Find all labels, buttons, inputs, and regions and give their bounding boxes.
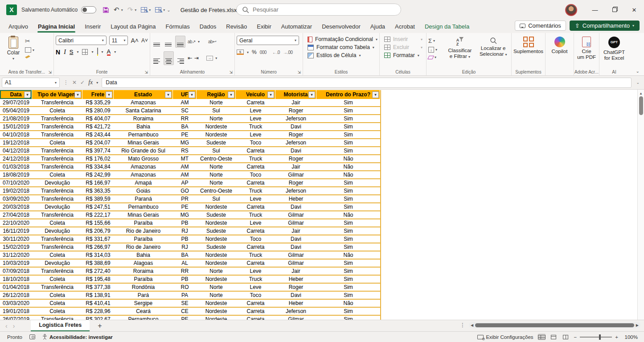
table-cell[interactable]: Amazonas xyxy=(114,171,173,178)
table-cell[interactable]: 22/10/2020 xyxy=(0,219,32,227)
sheet-tab-active[interactable]: Logistica Fretes xyxy=(31,320,90,332)
table-cell[interactable]: Sim xyxy=(316,219,380,227)
ribbon-tab[interactable]: Desenvolvedor xyxy=(317,21,365,33)
table-cell[interactable]: Alagoas xyxy=(114,260,173,267)
table-cell[interactable]: GO xyxy=(173,187,197,194)
font-color-button[interactable]: A xyxy=(107,48,111,56)
table-cell[interactable]: Leve xyxy=(236,131,275,138)
align-right-button[interactable] xyxy=(176,52,185,65)
table-cell[interactable]: RJ xyxy=(173,227,197,235)
ribbon-tab[interactable]: Arquivo xyxy=(4,21,33,33)
table-cell[interactable]: Carreta xyxy=(236,163,275,170)
table-cell[interactable]: R$ 228,96 xyxy=(82,308,114,315)
table-cell[interactable]: Transferência xyxy=(32,243,82,251)
table-cell[interactable]: Nordeste xyxy=(197,260,236,267)
table-cell[interactable]: Mato Grosso xyxy=(114,155,173,162)
table-cell[interactable]: Bahia xyxy=(114,123,173,130)
table-cell[interactable]: Rondônia xyxy=(114,284,173,291)
table-cell[interactable]: R$ 331,67 xyxy=(82,235,114,243)
table-cell[interactable]: Norte xyxy=(197,179,236,186)
table-cell[interactable]: Leve xyxy=(236,219,275,227)
filter-button-icon[interactable]: ▾ xyxy=(24,91,31,98)
decrease-font-button[interactable]: A˅ xyxy=(141,37,148,44)
table-cell[interactable]: BA xyxy=(173,123,197,130)
table-cell[interactable]: Norte xyxy=(197,268,236,275)
table-cell[interactable]: Sergipe xyxy=(114,300,173,307)
format-as-table-button[interactable]: Formatar como Tabela ▾ xyxy=(305,44,377,50)
table-cell[interactable]: Bahia xyxy=(114,251,173,259)
table-cell[interactable]: Nordeste xyxy=(197,219,236,227)
table-cell[interactable]: Roraima xyxy=(114,268,173,275)
table-cell[interactable]: Sim xyxy=(316,227,380,235)
table-cell[interactable]: 01/03/2018 xyxy=(0,163,32,170)
table-cell[interactable]: R$ 222,17 xyxy=(82,211,114,218)
table-cell[interactable]: Coleta xyxy=(32,300,82,307)
insert-function-icon[interactable]: fx xyxy=(88,79,93,86)
table-cell[interactable]: R$ 155,66 xyxy=(82,219,114,227)
table-cell[interactable]: Coleta xyxy=(32,276,82,283)
zoom-level[interactable]: 100% xyxy=(623,334,638,340)
table-style-icon[interactable]: ✎ xyxy=(141,7,147,12)
ribbon-tab[interactable]: Acrobat xyxy=(390,21,420,33)
table-cell[interactable]: Leve xyxy=(236,107,275,114)
clear-button[interactable]: ▾ xyxy=(428,55,443,59)
table-cell[interactable]: R$ 335,29 xyxy=(82,99,114,106)
table-cell[interactable]: Pernambuco xyxy=(114,131,173,138)
table-cell[interactable]: Carreta xyxy=(236,99,275,106)
table-cell[interactable]: Ceará xyxy=(114,308,173,315)
filter-button-icon[interactable]: ▾ xyxy=(189,91,195,98)
table-cell[interactable]: Leve xyxy=(236,195,275,202)
table-cell[interactable]: Transferência xyxy=(32,187,82,194)
zoom-out-button[interactable]: − xyxy=(574,334,577,340)
table-cell[interactable]: SE xyxy=(173,300,197,307)
table-cell[interactable]: Amazonas xyxy=(114,99,173,106)
underline-button[interactable]: S xyxy=(70,49,74,55)
ribbon-tab[interactable]: Inserir xyxy=(80,21,106,33)
table-cell[interactable]: Roraima xyxy=(114,115,173,122)
table-cell[interactable]: CE xyxy=(173,308,197,315)
table-cell[interactable]: 15/02/2019 xyxy=(0,243,32,251)
table-cell[interactable]: Sudeste xyxy=(197,227,236,235)
table-cell[interactable]: Nordeste xyxy=(197,300,236,307)
table-cell[interactable]: 26/12/2018 xyxy=(0,292,32,299)
percent-style-button[interactable]: % xyxy=(252,49,257,55)
autosum-button[interactable]: Σ▾ xyxy=(428,37,443,44)
table-cell[interactable]: Jair xyxy=(275,163,316,170)
ribbon-tab[interactable]: Página Inicial xyxy=(33,21,80,33)
avatar[interactable] xyxy=(565,4,577,16)
table-cell[interactable]: Carreta xyxy=(236,243,275,251)
fill-button[interactable]: ↓▾ xyxy=(428,47,443,53)
table-cell[interactable]: Sim xyxy=(316,268,380,275)
table-cell[interactable]: 05/04/2019 xyxy=(0,107,32,114)
sheet-prev-icon[interactable]: ‹ xyxy=(0,322,13,330)
table-cell[interactable]: Não xyxy=(316,300,380,307)
table-cell[interactable]: Sul xyxy=(197,107,236,114)
table-cell[interactable]: 04/10/2018 xyxy=(0,131,32,138)
table-cell[interactable]: RJ xyxy=(173,243,197,251)
table-cell[interactable]: Transferência xyxy=(32,131,82,138)
orientation-button[interactable]: ab↗ xyxy=(188,39,196,44)
save-icon[interactable] xyxy=(103,7,109,13)
ribbon-tab[interactable]: Layout da Página xyxy=(106,21,160,33)
undo-button[interactable]: ↶ xyxy=(114,6,119,14)
table-cell[interactable]: Sudeste xyxy=(197,243,236,251)
table-cell[interactable]: Sim xyxy=(316,107,380,114)
filter-button-icon[interactable]: ▾ xyxy=(106,91,112,98)
table-cell[interactable]: R$ 176,02 xyxy=(82,155,114,162)
table-cell[interactable]: Sul xyxy=(197,147,236,154)
table-cell[interactable]: Sul xyxy=(197,195,236,202)
decrease-indent-button[interactable]: ⇤ xyxy=(188,55,192,61)
table-cell[interactable]: MT xyxy=(173,155,197,162)
table-cell[interactable]: Sim xyxy=(316,292,380,299)
table-cell[interactable]: Truck xyxy=(236,123,275,130)
excel-logo-icon[interactable]: X xyxy=(6,4,17,15)
table-cell[interactable]: PE xyxy=(173,131,197,138)
table-cell[interactable]: Pernambuco xyxy=(114,203,173,210)
ribbon-tab[interactable]: Design da Tabela xyxy=(420,21,474,33)
table-cell[interactable]: SC xyxy=(173,107,197,114)
table-cell[interactable]: R$ 242,99 xyxy=(82,171,114,178)
table-cell[interactable]: Centro-Oeste xyxy=(197,187,236,194)
font-size-select[interactable]: 11▾ xyxy=(109,36,128,45)
table-cell[interactable]: R$ 302,67 xyxy=(82,316,114,320)
table-cell[interactable]: Carreta xyxy=(236,260,275,267)
